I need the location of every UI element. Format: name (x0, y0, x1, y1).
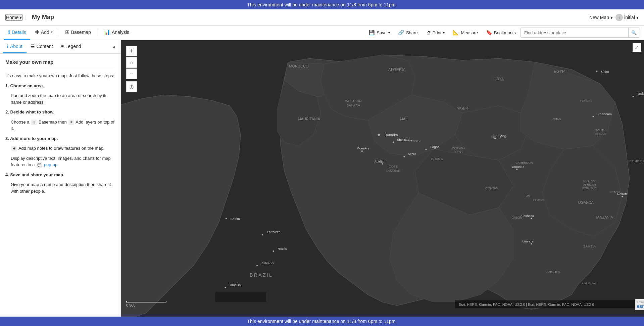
scale-bar: 0 300 (126, 301, 166, 307)
svg-text:UGANDA: UGANDA (578, 200, 594, 204)
step4-title: 4. Save and share your map. (5, 172, 115, 178)
svg-point-36 (378, 134, 380, 136)
svg-text:Kano: Kano (499, 134, 506, 138)
user-avatar: i (615, 14, 623, 21)
expand-icon: ⤢ (635, 45, 639, 50)
svg-point-38 (361, 150, 363, 152)
svg-point-46 (516, 169, 517, 170)
print-button[interactable]: 🖨 Print ▾ (423, 28, 448, 37)
save-button[interactable]: 💾 Save ▾ (365, 28, 393, 37)
svg-text:EGYPT: EGYPT (554, 69, 567, 74)
svg-point-50 (531, 243, 532, 244)
home-button[interactable]: Home ▾ (5, 14, 22, 21)
svg-text:Cairo: Cairo (601, 70, 609, 74)
scale-label: 0 300 (126, 303, 136, 307)
analysis-tab[interactable]: 📊 Analysis (99, 25, 133, 40)
maintenance-banner-top: This environment will be under maintenan… (0, 0, 644, 9)
nav-separator: | (25, 15, 27, 20)
step3-title: 3. Add more to your map. (5, 135, 115, 142)
search-input[interactable] (521, 28, 628, 38)
svg-point-73 (225, 287, 226, 288)
add-icon: ✚ (35, 29, 39, 35)
step3-desc2-para: Display descriptive text, images, and ch… (5, 155, 115, 168)
step2-add-text: Add layers (76, 120, 96, 125)
svg-text:AFRICAN: AFRICAN (583, 183, 596, 186)
svg-text:TANZANIA: TANZANIA (595, 215, 613, 219)
new-map-button[interactable]: New Map ▾ (589, 15, 613, 20)
sidebar-divider-1 (5, 69, 115, 69)
svg-text:Lagos: Lagos (430, 145, 439, 149)
popup-inline-icon: 💬 (37, 162, 42, 168)
step3-desc1: Add map notes to draw features on the ma… (18, 146, 105, 151)
svg-text:Khartoum: Khartoum (598, 112, 612, 116)
svg-point-60 (494, 138, 496, 139)
svg-text:GHANA: GHANA (431, 157, 443, 161)
search-container: 🔍 (521, 28, 640, 38)
search-button[interactable]: 🔍 (628, 28, 640, 38)
about-tab-label: About (10, 44, 22, 49)
svg-point-42 (425, 149, 427, 150)
home-chevron-icon: ▾ (19, 15, 22, 20)
user-menu-button[interactable]: i initial ▾ (615, 14, 639, 21)
sidebar-collapse-button[interactable]: ◂ (110, 42, 118, 51)
details-tab[interactable]: ℹ Details (4, 25, 30, 40)
zoom-home-button[interactable]: ⌂ (126, 57, 137, 68)
svg-text:CENTRAL: CENTRAL (583, 179, 597, 183)
print-icon: 🖨 (426, 30, 431, 36)
svg-text:BRAZIL: BRAZIL (250, 272, 273, 278)
zoom-in-button[interactable]: + (126, 46, 137, 56)
bookmarks-icon: 🔖 (486, 30, 492, 36)
map-area[interactable]: ALGERIA WESTERN SAHARA MOROCCO MAURITANI… (121, 40, 644, 317)
analysis-icon: 📊 (103, 29, 110, 35)
toolbar-right: 💾 Save ▾ 🔗 Share 🖨 Print ▾ 📐 Measure 🔖 B… (365, 28, 640, 38)
svg-text:CHAD: CHAD (553, 118, 561, 121)
basemap-tab[interactable]: ⊞ Basemap (61, 25, 95, 40)
share-label: Share (406, 30, 418, 35)
basemap-label: Basemap (71, 30, 91, 35)
svg-text:SOUTH: SOUTH (595, 129, 605, 132)
legend-icon: ≡ (61, 44, 64, 49)
user-chevron-icon: ▾ (636, 15, 639, 20)
svg-text:SUDAN: SUDAN (595, 132, 605, 136)
bookmarks-button[interactable]: 🔖 Bookmarks (483, 28, 519, 37)
svg-text:LIBYA: LIBYA (494, 77, 504, 81)
content-tab-label: Content (37, 44, 53, 49)
sidebar-content-area: Make your own map It's easy to make your… (0, 54, 120, 317)
measure-icon: 📐 (453, 30, 459, 36)
sidebar-about-tab[interactable]: ℹ About (3, 40, 27, 53)
maintenance-banner-text: This environment will be under maintenan… (247, 2, 397, 7)
svg-text:REPUBLIC: REPUBLIC (582, 187, 597, 190)
content-icon: ☰ (31, 44, 35, 49)
svg-text:Accra: Accra (408, 152, 416, 156)
sidebar-content-tab[interactable]: ☰ Content (27, 40, 57, 53)
add-tab[interactable]: ✚ Add ▾ (31, 25, 57, 40)
bottom-banner-text: This environment will be under maintenan… (247, 319, 397, 324)
zoom-out-button[interactable]: − (126, 68, 137, 79)
details-label: Details (12, 30, 26, 35)
svg-text:DR: DR (526, 194, 530, 197)
share-button[interactable]: 🔗 Share (395, 28, 421, 37)
sidebar-legend-tab[interactable]: ≡ Legend (57, 40, 85, 53)
svg-text:Jeddah: Jeddah (638, 92, 644, 95)
sidebar-tabs: ℹ About ☰ Content ≡ Legend ◂ (0, 40, 120, 54)
map-expand-button[interactable]: ⤢ (633, 43, 641, 52)
svg-text:Recife: Recife (278, 247, 287, 250)
measure-label: Measure (461, 30, 478, 35)
svg-text:ETHIOPIA: ETHIOPIA (630, 159, 644, 163)
popup-link[interactable]: pop-up. (44, 162, 59, 167)
svg-point-65 (226, 218, 227, 219)
svg-text:esri: esri (637, 304, 644, 309)
legend-tab-label: Legend (65, 44, 81, 49)
home-label: Home (6, 15, 18, 20)
locate-button[interactable]: ◎ (126, 81, 137, 92)
svg-point-69 (273, 250, 274, 252)
measure-button[interactable]: 📐 Measure (449, 28, 481, 37)
sidebar: ℹ About ☰ Content ≡ Legend ◂ Make your o… (0, 40, 121, 317)
svg-rect-76 (215, 292, 266, 302)
save-chevron-icon: ▾ (388, 31, 390, 35)
nav-left: Home ▾ | My Map (5, 14, 54, 21)
add-chevron-icon: ▾ (51, 30, 53, 34)
map-controls: + ⌂ − ◎ (126, 46, 137, 92)
svg-point-54 (596, 71, 597, 72)
zoom-out-icon: − (130, 71, 134, 78)
